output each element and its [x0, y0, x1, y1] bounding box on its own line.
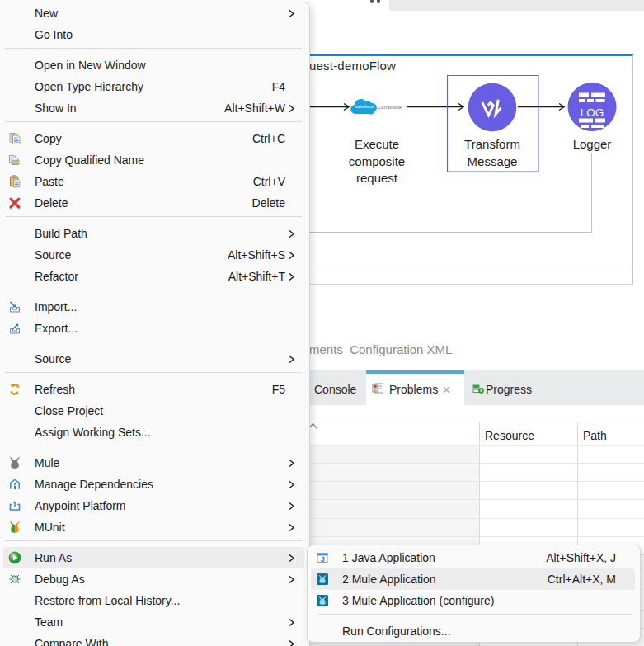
svg-text:salesforce: salesforce	[355, 105, 374, 109]
svg-text:Composite: Composite	[378, 104, 402, 110]
svg-text:LOG: LOG	[581, 106, 604, 119]
svg-text:J: J	[321, 555, 325, 563]
